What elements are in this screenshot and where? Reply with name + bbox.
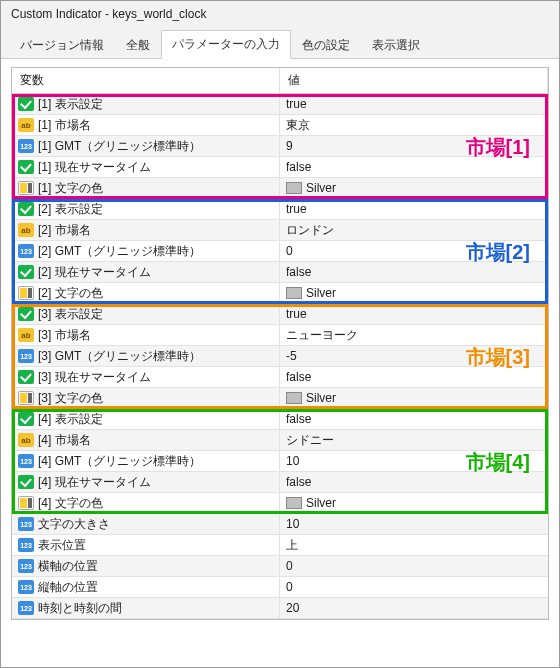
tab-version[interactable]: バージョン情報 bbox=[9, 31, 115, 59]
parameter-value-cell[interactable]: 0 bbox=[280, 556, 548, 576]
column-header-value[interactable]: 値 bbox=[280, 68, 548, 93]
bool-icon bbox=[18, 412, 34, 426]
parameter-name: [1] 現在サマータイム bbox=[38, 159, 151, 176]
tab-strip: バージョン情報 全般 パラメーターの入力 色の設定 表示選択 bbox=[1, 29, 559, 59]
parameter-row[interactable]: [3] GMT（グリニッジ標準時）-5 bbox=[12, 346, 548, 367]
parameter-value: 20 bbox=[286, 601, 299, 615]
parameter-value-cell[interactable]: 10 bbox=[280, 451, 548, 471]
parameter-value: false bbox=[286, 412, 311, 426]
parameter-value: false bbox=[286, 265, 311, 279]
color-icon bbox=[18, 286, 34, 300]
tab-colors[interactable]: 色の設定 bbox=[291, 31, 361, 59]
parameter-row[interactable]: 時刻と時刻の間20 bbox=[12, 598, 548, 619]
parameter-row[interactable]: 文字の大きさ10 bbox=[12, 514, 548, 535]
parameter-value-cell[interactable]: 10 bbox=[280, 514, 548, 534]
parameter-row[interactable]: 縦軸の位置0 bbox=[12, 577, 548, 598]
parameter-name: 表示位置 bbox=[38, 537, 86, 554]
parameter-name-cell: [1] GMT（グリニッジ標準時） bbox=[12, 136, 280, 156]
parameter-row[interactable]: [4] 文字の色Silver bbox=[12, 493, 548, 514]
parameter-value: 9 bbox=[286, 139, 293, 153]
parameter-value-cell[interactable]: true bbox=[280, 94, 548, 114]
window-title: Custom Indicator - keys_world_clock bbox=[1, 1, 559, 29]
parameter-row[interactable]: [2] 文字の色Silver bbox=[12, 283, 548, 304]
parameter-row[interactable]: [3] 市場名ニューヨーク bbox=[12, 325, 548, 346]
parameter-name-cell: [4] 文字の色 bbox=[12, 493, 280, 513]
parameter-value-cell[interactable]: true bbox=[280, 199, 548, 219]
int-icon bbox=[18, 601, 34, 615]
parameter-value-cell[interactable]: false bbox=[280, 262, 548, 282]
parameter-name-cell: 縦軸の位置 bbox=[12, 577, 280, 597]
parameter-row[interactable]: [1] 表示設定true bbox=[12, 94, 548, 115]
parameter-value-cell[interactable]: false bbox=[280, 157, 548, 177]
parameter-value-cell[interactable]: Silver bbox=[280, 283, 548, 303]
parameter-value-cell[interactable]: -5 bbox=[280, 346, 548, 366]
int-icon bbox=[18, 349, 34, 363]
tab-general[interactable]: 全般 bbox=[115, 31, 161, 59]
parameter-value: false bbox=[286, 370, 311, 384]
parameter-row[interactable]: [4] GMT（グリニッジ標準時）10 bbox=[12, 451, 548, 472]
parameter-row[interactable]: [1] GMT（グリニッジ標準時）9 bbox=[12, 136, 548, 157]
parameter-row[interactable]: [1] 文字の色Silver bbox=[12, 178, 548, 199]
parameter-value: 上 bbox=[286, 537, 298, 554]
parameter-value-cell[interactable]: 上 bbox=[280, 535, 548, 555]
parameter-row[interactable]: [3] 文字の色Silver bbox=[12, 388, 548, 409]
parameter-value-cell[interactable]: シドニー bbox=[280, 430, 548, 450]
parameter-name-cell: [3] GMT（グリニッジ標準時） bbox=[12, 346, 280, 366]
parameter-row[interactable]: 横軸の位置0 bbox=[12, 556, 548, 577]
parameter-name: 横軸の位置 bbox=[38, 558, 98, 575]
parameter-row[interactable]: 表示位置上 bbox=[12, 535, 548, 556]
parameter-value-cell[interactable]: ロンドン bbox=[280, 220, 548, 240]
column-header-variable[interactable]: 変数 bbox=[12, 68, 280, 93]
parameter-row[interactable]: [2] 市場名ロンドン bbox=[12, 220, 548, 241]
parameter-value-cell[interactable]: 0 bbox=[280, 577, 548, 597]
parameter-name: [2] 現在サマータイム bbox=[38, 264, 151, 281]
parameter-name-cell: 表示位置 bbox=[12, 535, 280, 555]
parameter-name-cell: [1] 文字の色 bbox=[12, 178, 280, 198]
parameter-name: [1] GMT（グリニッジ標準時） bbox=[38, 138, 201, 155]
string-icon bbox=[18, 118, 34, 132]
parameter-value: 10 bbox=[286, 454, 299, 468]
parameter-value-cell[interactable]: 東京 bbox=[280, 115, 548, 135]
parameter-row[interactable]: [4] 表示設定false bbox=[12, 409, 548, 430]
parameter-name-cell: [2] 文字の色 bbox=[12, 283, 280, 303]
parameter-row[interactable]: [3] 現在サマータイムfalse bbox=[12, 367, 548, 388]
parameter-row[interactable]: [1] 市場名東京 bbox=[12, 115, 548, 136]
parameter-value-cell[interactable]: 20 bbox=[280, 598, 548, 618]
parameter-value: true bbox=[286, 307, 307, 321]
parameter-value: 0 bbox=[286, 580, 293, 594]
parameter-value-cell[interactable]: ニューヨーク bbox=[280, 325, 548, 345]
parameter-value: ロンドン bbox=[286, 222, 334, 239]
parameter-row[interactable]: [2] 表示設定true bbox=[12, 199, 548, 220]
bool-icon bbox=[18, 97, 34, 111]
parameter-value-cell[interactable]: Silver bbox=[280, 388, 548, 408]
parameter-value-cell[interactable]: Silver bbox=[280, 178, 548, 198]
parameter-value: ニューヨーク bbox=[286, 327, 358, 344]
parameter-row[interactable]: [2] GMT（グリニッジ標準時）0 bbox=[12, 241, 548, 262]
tab-parameters[interactable]: パラメーターの入力 bbox=[161, 30, 291, 59]
string-icon bbox=[18, 433, 34, 447]
parameter-value-cell[interactable]: 9 bbox=[280, 136, 548, 156]
parameter-name: [3] 文字の色 bbox=[38, 390, 103, 407]
parameter-value-cell[interactable]: false bbox=[280, 472, 548, 492]
parameter-row[interactable]: [2] 現在サマータイムfalse bbox=[12, 262, 548, 283]
grid-body: [1] 表示設定true[1] 市場名東京[1] GMT（グリニッジ標準時）9[… bbox=[12, 94, 548, 619]
parameter-value-cell[interactable]: true bbox=[280, 304, 548, 324]
parameter-value-cell[interactable]: false bbox=[280, 409, 548, 429]
parameter-name: [2] 市場名 bbox=[38, 222, 91, 239]
parameter-name-cell: [1] 現在サマータイム bbox=[12, 157, 280, 177]
parameter-name-cell: 横軸の位置 bbox=[12, 556, 280, 576]
parameter-name: [3] 市場名 bbox=[38, 327, 91, 344]
parameter-value-cell[interactable]: 0 bbox=[280, 241, 548, 261]
parameter-row[interactable]: [3] 表示設定true bbox=[12, 304, 548, 325]
parameter-value-cell[interactable]: Silver bbox=[280, 493, 548, 513]
bool-icon bbox=[18, 265, 34, 279]
parameter-row[interactable]: [4] 市場名シドニー bbox=[12, 430, 548, 451]
parameter-row[interactable]: [1] 現在サマータイムfalse bbox=[12, 157, 548, 178]
parameter-value: true bbox=[286, 202, 307, 216]
int-icon bbox=[18, 538, 34, 552]
parameter-row[interactable]: [4] 現在サマータイムfalse bbox=[12, 472, 548, 493]
parameter-value-cell[interactable]: false bbox=[280, 367, 548, 387]
color-swatch bbox=[286, 182, 302, 194]
bool-icon bbox=[18, 475, 34, 489]
tab-display[interactable]: 表示選択 bbox=[361, 31, 431, 59]
